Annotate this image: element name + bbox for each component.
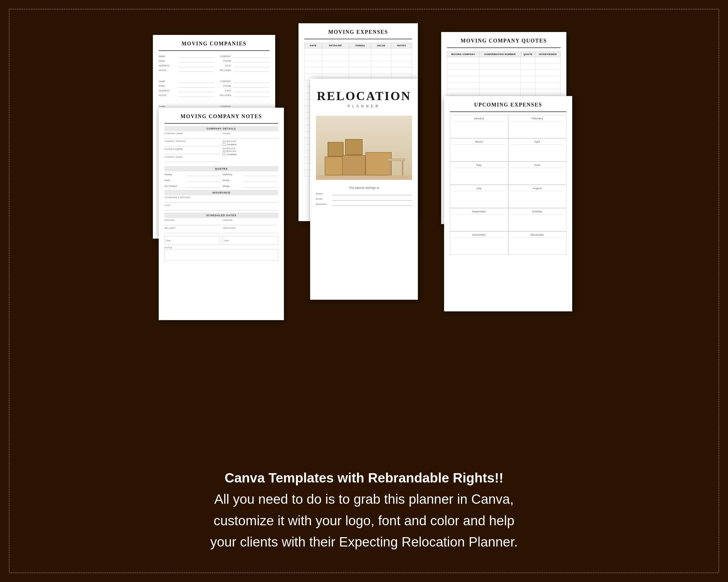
cards-area: Moving Companies NAMECOMPANY EMAILPHONE … <box>18 23 710 401</box>
moving-company-notes-title: Moving Company Notes <box>164 113 278 119</box>
table-row <box>447 57 561 63</box>
table-row <box>447 70 561 76</box>
planner-image <box>316 116 412 180</box>
month-cell-march: March <box>450 138 508 162</box>
table-row <box>305 67 412 74</box>
month-cell-january: January <box>450 115 508 138</box>
month-cell-july: July <box>450 185 508 208</box>
moving-company-notes-card: Moving Company Notes Company Details Com… <box>159 108 284 320</box>
belongs-to-text: This planner belongs to <box>349 186 379 189</box>
month-cell-february: February <box>508 115 566 138</box>
company-block-1: NAMECOMPANY EMAILPHONE ADDRESSCOST NOTES… <box>159 54 269 74</box>
bottom-text-area: Canva Templates with Rebrandable Rights!… <box>29 467 699 553</box>
moving-companies-title: Moving Companies <box>159 41 269 47</box>
upcoming-expenses-card: Upcoming Expenses January February March <box>444 96 572 311</box>
moving-company-quotes-title: Moving Company Quotes <box>447 38 561 44</box>
table-row <box>447 63 561 70</box>
bottom-line1: Canva Templates with Rebrandable Rights!… <box>225 470 503 486</box>
insurance-header: Insurance <box>164 190 278 195</box>
left-column: Moving Companies NAMECOMPANY EMAILPHONE … <box>153 35 287 320</box>
relocation-planner-card: Relocation Planner <box>310 79 418 300</box>
month-cell-september: September <box>450 208 508 231</box>
table-row <box>447 76 561 83</box>
table-row <box>447 89 561 95</box>
company-block-2: NAMECOMPANY EMAILPHONE ADDRESSCOST NOTES… <box>159 79 269 99</box>
relocation-planner-title: Relocation <box>317 89 411 103</box>
relocation-planner-subtitle: Planner <box>348 104 381 108</box>
month-cell-december: December <box>508 231 566 255</box>
month-cell-may: May <box>450 162 508 185</box>
bottom-line2: All you need to do is to grab this plann… <box>214 492 514 507</box>
upcoming-expenses-title: Upcoming Expenses <box>450 102 566 108</box>
month-cell-june: June <box>508 162 566 185</box>
right-column: Moving Company Quotes Moving Company Con… <box>441 32 575 317</box>
month-cell-november: November <box>450 231 508 255</box>
month-cell-april: April <box>508 138 566 162</box>
months-grid: January February March April May <box>450 115 566 255</box>
month-cell-august: August <box>508 185 566 208</box>
month-cell-october: October <box>508 208 566 231</box>
table-row <box>305 48 412 55</box>
table-row <box>305 61 412 67</box>
quotes-header: Quotes <box>164 166 278 171</box>
bottom-line4: your clients with their Expecting Reloca… <box>210 534 518 549</box>
scheduled-dates-header: Scheduled Dates <box>164 213 278 218</box>
middle-column: Moving Expenses Date Retailer Item(s) Va… <box>298 23 430 308</box>
bottom-line3: customize it with your logo, font and co… <box>213 513 514 528</box>
company-details-header: Company Details <box>164 126 278 131</box>
moving-expenses-title: Moving Expenses <box>304 29 412 35</box>
table-row <box>447 83 561 89</box>
table-row <box>305 55 412 61</box>
